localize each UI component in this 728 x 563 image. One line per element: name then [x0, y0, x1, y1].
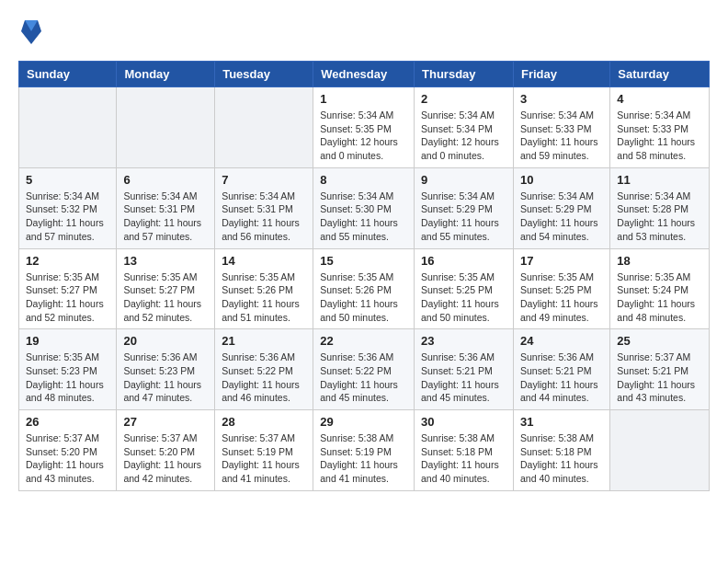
day-number: 12 — [26, 254, 109, 268]
calendar-cell — [215, 87, 313, 168]
day-number: 11 — [617, 173, 702, 187]
day-info: Sunrise: 5:35 AMSunset: 5:23 PMDaylight:… — [26, 350, 109, 405]
day-number: 25 — [617, 334, 702, 348]
calendar-cell: 14Sunrise: 5:35 AMSunset: 5:26 PMDayligh… — [215, 248, 313, 329]
calendar-cell: 1Sunrise: 5:34 AMSunset: 5:35 PMDaylight… — [313, 87, 415, 168]
calendar-cell: 18Sunrise: 5:35 AMSunset: 5:24 PMDayligh… — [610, 248, 710, 329]
day-number: 4 — [617, 92, 702, 106]
calendar-cell: 25Sunrise: 5:37 AMSunset: 5:21 PMDayligh… — [610, 329, 710, 410]
day-info: Sunrise: 5:34 AMSunset: 5:29 PMDaylight:… — [520, 190, 603, 244]
weekday-header-monday: Monday — [117, 62, 215, 87]
calendar-cell: 2Sunrise: 5:34 AMSunset: 5:34 PMDaylight… — [415, 87, 514, 168]
calendar-cell: 21Sunrise: 5:36 AMSunset: 5:22 PMDayligh… — [215, 329, 313, 410]
day-info: Sunrise: 5:36 AMSunset: 5:22 PMDaylight:… — [320, 350, 407, 405]
day-number: 13 — [123, 254, 208, 268]
weekday-header-tuesday: Tuesday — [215, 62, 313, 87]
day-number: 31 — [520, 415, 603, 429]
day-info: Sunrise: 5:35 AMSunset: 5:27 PMDaylight:… — [26, 270, 109, 325]
calendar-cell: 29Sunrise: 5:38 AMSunset: 5:19 PMDayligh… — [313, 410, 415, 491]
calendar-cell — [610, 410, 710, 491]
calendar-cell: 30Sunrise: 5:38 AMSunset: 5:18 PMDayligh… — [415, 410, 514, 491]
day-number: 20 — [123, 334, 208, 348]
day-number: 17 — [520, 254, 603, 268]
calendar-cell: 22Sunrise: 5:36 AMSunset: 5:22 PMDayligh… — [313, 329, 415, 410]
calendar-cell: 3Sunrise: 5:34 AMSunset: 5:33 PMDaylight… — [513, 87, 609, 168]
calendar-cell — [19, 87, 117, 168]
calendar-cell: 6Sunrise: 5:34 AMSunset: 5:31 PMDaylight… — [117, 167, 215, 248]
calendar-cell: 12Sunrise: 5:35 AMSunset: 5:27 PMDayligh… — [19, 248, 117, 329]
weekday-header-saturday: Saturday — [610, 62, 710, 87]
day-number: 15 — [320, 254, 407, 268]
day-number: 22 — [320, 334, 407, 348]
calendar-cell: 5Sunrise: 5:34 AMSunset: 5:32 PMDaylight… — [19, 167, 117, 248]
day-info: Sunrise: 5:37 AMSunset: 5:19 PMDaylight:… — [222, 431, 306, 486]
calendar-cell: 27Sunrise: 5:37 AMSunset: 5:20 PMDayligh… — [117, 410, 215, 491]
calendar-week-5: 26Sunrise: 5:37 AMSunset: 5:20 PMDayligh… — [19, 410, 710, 491]
logo — [18, 18, 41, 46]
calendar-cell: 15Sunrise: 5:35 AMSunset: 5:26 PMDayligh… — [313, 248, 415, 329]
day-number: 9 — [421, 173, 506, 187]
calendar-body: 1Sunrise: 5:34 AMSunset: 5:35 PMDaylight… — [19, 87, 710, 491]
day-info: Sunrise: 5:36 AMSunset: 5:21 PMDaylight:… — [520, 350, 603, 405]
day-info: Sunrise: 5:35 AMSunset: 5:25 PMDaylight:… — [520, 270, 603, 325]
day-info: Sunrise: 5:34 AMSunset: 5:31 PMDaylight:… — [123, 190, 208, 244]
day-number: 27 — [123, 415, 208, 429]
calendar-cell: 4Sunrise: 5:34 AMSunset: 5:33 PMDaylight… — [610, 87, 710, 168]
calendar-week-4: 19Sunrise: 5:35 AMSunset: 5:23 PMDayligh… — [19, 329, 710, 410]
day-number: 16 — [421, 254, 506, 268]
day-info: Sunrise: 5:38 AMSunset: 5:18 PMDaylight:… — [520, 431, 603, 486]
day-number: 5 — [26, 173, 109, 187]
day-number: 8 — [320, 173, 407, 187]
day-info: Sunrise: 5:35 AMSunset: 5:25 PMDaylight:… — [421, 270, 506, 325]
day-info: Sunrise: 5:36 AMSunset: 5:21 PMDaylight:… — [421, 350, 506, 405]
day-number: 28 — [222, 415, 306, 429]
day-info: Sunrise: 5:38 AMSunset: 5:19 PMDaylight:… — [320, 431, 407, 486]
day-info: Sunrise: 5:34 AMSunset: 5:34 PMDaylight:… — [421, 109, 506, 163]
day-number: 2 — [421, 92, 506, 106]
day-info: Sunrise: 5:35 AMSunset: 5:26 PMDaylight:… — [320, 270, 407, 325]
weekday-header-wednesday: Wednesday — [313, 62, 415, 87]
calendar-cell: 28Sunrise: 5:37 AMSunset: 5:19 PMDayligh… — [215, 410, 313, 491]
day-number: 19 — [26, 334, 109, 348]
day-info: Sunrise: 5:38 AMSunset: 5:18 PMDaylight:… — [421, 431, 506, 486]
calendar-cell: 13Sunrise: 5:35 AMSunset: 5:27 PMDayligh… — [117, 248, 215, 329]
day-number: 14 — [222, 254, 306, 268]
day-number: 24 — [520, 334, 603, 348]
logo-icon — [21, 18, 41, 46]
calendar-cell: 23Sunrise: 5:36 AMSunset: 5:21 PMDayligh… — [415, 329, 514, 410]
day-info: Sunrise: 5:36 AMSunset: 5:23 PMDaylight:… — [123, 350, 208, 405]
calendar-table: SundayMondayTuesdayWednesdayThursdayFrid… — [18, 61, 710, 491]
day-number: 3 — [520, 92, 603, 106]
page-header — [18, 18, 710, 46]
calendar-cell: 16Sunrise: 5:35 AMSunset: 5:25 PMDayligh… — [415, 248, 514, 329]
day-number: 1 — [320, 92, 407, 106]
day-info: Sunrise: 5:34 AMSunset: 5:28 PMDaylight:… — [617, 190, 702, 244]
day-info: Sunrise: 5:34 AMSunset: 5:33 PMDaylight:… — [617, 109, 702, 163]
calendar-cell: 26Sunrise: 5:37 AMSunset: 5:20 PMDayligh… — [19, 410, 117, 491]
calendar-cell: 9Sunrise: 5:34 AMSunset: 5:29 PMDaylight… — [415, 167, 514, 248]
day-number: 30 — [421, 415, 506, 429]
calendar-cell: 24Sunrise: 5:36 AMSunset: 5:21 PMDayligh… — [513, 329, 609, 410]
calendar-cell: 20Sunrise: 5:36 AMSunset: 5:23 PMDayligh… — [117, 329, 215, 410]
calendar-cell — [117, 87, 215, 168]
calendar-cell: 7Sunrise: 5:34 AMSunset: 5:31 PMDaylight… — [215, 167, 313, 248]
day-info: Sunrise: 5:37 AMSunset: 5:20 PMDaylight:… — [123, 431, 208, 486]
calendar-cell: 31Sunrise: 5:38 AMSunset: 5:18 PMDayligh… — [513, 410, 609, 491]
calendar-cell: 11Sunrise: 5:34 AMSunset: 5:28 PMDayligh… — [610, 167, 710, 248]
day-info: Sunrise: 5:34 AMSunset: 5:32 PMDaylight:… — [26, 190, 109, 244]
calendar-cell: 19Sunrise: 5:35 AMSunset: 5:23 PMDayligh… — [19, 329, 117, 410]
day-number: 21 — [222, 334, 306, 348]
calendar-week-2: 5Sunrise: 5:34 AMSunset: 5:32 PMDaylight… — [19, 167, 710, 248]
weekday-header-friday: Friday — [513, 62, 609, 87]
day-info: Sunrise: 5:35 AMSunset: 5:24 PMDaylight:… — [617, 270, 702, 325]
day-info: Sunrise: 5:34 AMSunset: 5:29 PMDaylight:… — [421, 190, 506, 244]
calendar-cell: 17Sunrise: 5:35 AMSunset: 5:25 PMDayligh… — [513, 248, 609, 329]
calendar-week-1: 1Sunrise: 5:34 AMSunset: 5:35 PMDaylight… — [19, 87, 710, 168]
day-number: 23 — [421, 334, 506, 348]
calendar-cell: 8Sunrise: 5:34 AMSunset: 5:30 PMDaylight… — [313, 167, 415, 248]
day-info: Sunrise: 5:35 AMSunset: 5:27 PMDaylight:… — [123, 270, 208, 325]
calendar-cell: 10Sunrise: 5:34 AMSunset: 5:29 PMDayligh… — [513, 167, 609, 248]
day-number: 7 — [222, 173, 306, 187]
weekday-header-sunday: Sunday — [19, 62, 117, 87]
day-info: Sunrise: 5:34 AMSunset: 5:33 PMDaylight:… — [520, 109, 603, 163]
